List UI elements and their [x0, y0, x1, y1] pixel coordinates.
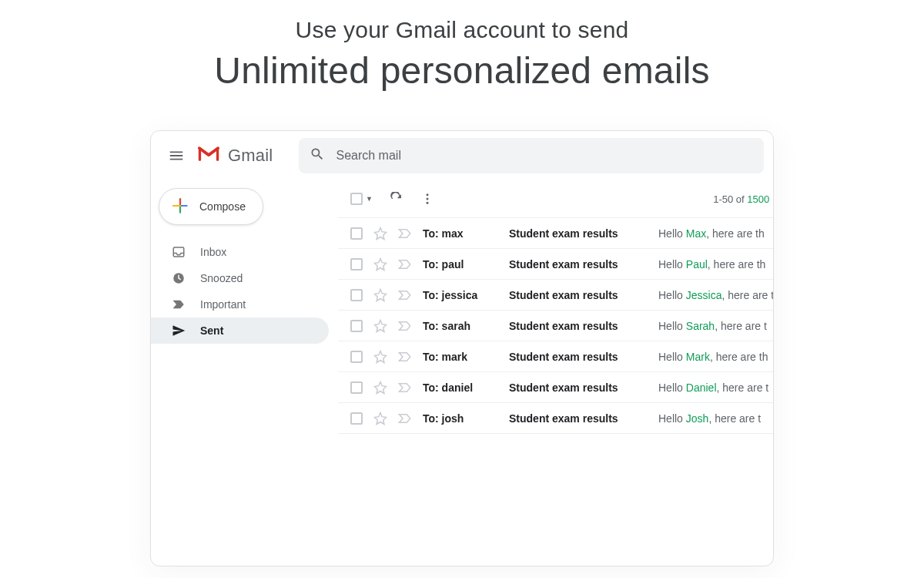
- row-checkbox[interactable]: [350, 412, 363, 425]
- star-icon[interactable]: [373, 227, 387, 240]
- refresh-button[interactable]: [390, 192, 403, 206]
- row-recipient: To: max: [423, 227, 498, 240]
- hero-subtitle: Use your Gmail account to send: [0, 17, 924, 43]
- importance-marker-icon[interactable]: [398, 228, 412, 239]
- row-checkbox[interactable]: [350, 381, 363, 394]
- sidebar-label: Important: [200, 298, 246, 311]
- row-snippet: Hello Jessica, here are t: [658, 289, 774, 301]
- importance-marker-icon[interactable]: [398, 382, 412, 393]
- svg-point-4: [426, 193, 428, 196]
- row-checkbox[interactable]: [350, 258, 363, 271]
- row-subject: Student exam results: [509, 351, 648, 363]
- mail-main: ▼ 1-50 of 1500 To: maxStudent exam resul…: [338, 180, 774, 566]
- svg-rect-0: [199, 147, 201, 161]
- mail-row[interactable]: To: jessicaStudent exam resultsHello Jes…: [338, 280, 774, 311]
- topbar: Gmail: [151, 131, 773, 180]
- sidebar-item-sent[interactable]: Sent: [151, 318, 329, 344]
- main-menu-icon[interactable]: [162, 141, 191, 170]
- importance-marker-icon[interactable]: [398, 351, 412, 362]
- row-checkbox[interactable]: [350, 227, 363, 240]
- mail-row[interactable]: To: danielStudent exam resultsHello Dani…: [338, 372, 774, 403]
- sidebar-item-important[interactable]: Important: [151, 291, 329, 318]
- row-recipient: To: mark: [423, 351, 498, 363]
- row-subject: Student exam results: [509, 320, 648, 332]
- mail-row[interactable]: To: joshStudent exam resultsHello Josh, …: [338, 403, 774, 434]
- row-recipient: To: josh: [423, 412, 498, 425]
- row-snippet: Hello Josh, here are t: [658, 412, 761, 425]
- select-all-checkbox[interactable]: ▼: [350, 193, 373, 205]
- mail-row[interactable]: To: markStudent exam resultsHello Mark, …: [338, 341, 774, 372]
- search-input[interactable]: [336, 149, 753, 163]
- star-icon[interactable]: [373, 288, 387, 302]
- row-checkbox[interactable]: [350, 289, 363, 301]
- sidebar: Compose Inbox Snoozed: [151, 180, 338, 566]
- importance-marker-icon[interactable]: [398, 321, 412, 331]
- star-icon[interactable]: [373, 412, 387, 425]
- gmail-window: Gmail Compose: [150, 130, 774, 566]
- star-icon[interactable]: [373, 381, 387, 395]
- mail-row[interactable]: To: paulStudent exam resultsHello Paul, …: [338, 249, 774, 280]
- gmail-logo-icon: [197, 146, 220, 166]
- sidebar-label: Sent: [200, 324, 223, 337]
- mail-row[interactable]: To: sarahStudent exam resultsHello Sarah…: [338, 311, 774, 341]
- clock-icon: [171, 271, 186, 285]
- importance-marker-icon[interactable]: [398, 413, 412, 424]
- row-snippet: Hello Paul, here are th: [658, 258, 765, 271]
- sent-icon: [171, 324, 186, 338]
- sidebar-label: Inbox: [200, 246, 226, 258]
- svg-rect-1: [216, 147, 219, 161]
- plus-icon: [170, 196, 190, 218]
- row-snippet: Hello Sarah, here are t: [658, 320, 767, 332]
- importance-marker-icon[interactable]: [398, 259, 412, 270]
- row-subject: Student exam results: [509, 227, 648, 240]
- pagination-label: 1-50 of 1500: [713, 193, 774, 205]
- compose-label: Compose: [199, 200, 246, 213]
- star-icon[interactable]: [373, 319, 387, 333]
- important-icon: [171, 299, 186, 310]
- sidebar-item-snoozed[interactable]: Snoozed: [151, 265, 329, 291]
- row-recipient: To: paul: [423, 258, 498, 271]
- more-button[interactable]: [420, 192, 434, 206]
- row-recipient: To: daniel: [423, 381, 498, 394]
- sidebar-item-inbox[interactable]: Inbox: [151, 239, 329, 265]
- inbox-icon: [171, 245, 186, 259]
- hero-title: Unlimited personalized emails: [0, 49, 924, 92]
- svg-point-6: [426, 202, 428, 204]
- row-snippet: Hello Daniel, here are t: [658, 381, 768, 394]
- mail-list: To: maxStudent exam resultsHello Max, he…: [338, 217, 774, 434]
- row-subject: Student exam results: [509, 258, 648, 271]
- search-icon: [310, 146, 325, 165]
- compose-button[interactable]: Compose: [159, 188, 263, 225]
- row-subject: Student exam results: [509, 412, 648, 425]
- sidebar-nav: Inbox Snoozed Important: [151, 239, 338, 344]
- row-snippet: Hello Max, here are th: [658, 227, 765, 240]
- row-checkbox[interactable]: [350, 320, 363, 332]
- row-recipient: To: jessica: [423, 289, 498, 301]
- sidebar-label: Snoozed: [200, 272, 243, 284]
- app-name: Gmail: [228, 146, 273, 166]
- row-subject: Student exam results: [509, 381, 648, 394]
- svg-point-5: [426, 198, 428, 200]
- importance-marker-icon[interactable]: [398, 290, 412, 301]
- search-bar[interactable]: [299, 138, 764, 173]
- mail-toolbar: ▼ 1-50 of 1500: [338, 180, 774, 217]
- row-checkbox[interactable]: [350, 351, 363, 363]
- row-recipient: To: sarah: [423, 320, 498, 332]
- star-icon[interactable]: [373, 257, 387, 271]
- star-icon[interactable]: [373, 350, 387, 364]
- row-subject: Student exam results: [509, 289, 648, 301]
- row-snippet: Hello Mark, here are th: [658, 351, 768, 363]
- mail-row[interactable]: To: maxStudent exam resultsHello Max, he…: [338, 218, 774, 249]
